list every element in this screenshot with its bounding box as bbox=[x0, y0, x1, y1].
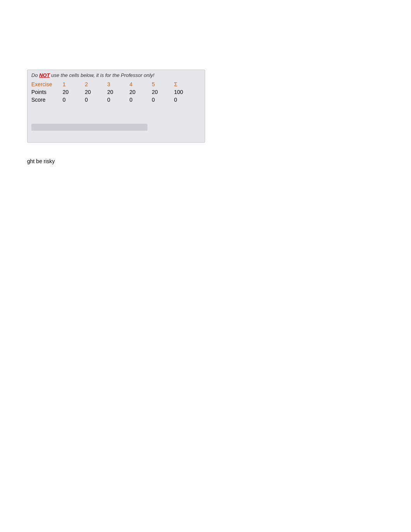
exercise-col1: 1 bbox=[63, 80, 85, 88]
page-container: Do NOT use the cells below, it is for th… bbox=[0, 0, 411, 532]
exercise-col4: 4 bbox=[130, 80, 152, 88]
points-sigma: 100 bbox=[174, 88, 201, 96]
notice-not: NOT bbox=[39, 72, 50, 78]
exercise-row: Exercise 1 2 3 4 5 Σ bbox=[31, 80, 201, 88]
exercise-label: Exercise bbox=[31, 80, 63, 88]
notice-prefix: Do bbox=[31, 72, 39, 78]
exercise-col5: 5 bbox=[152, 80, 174, 88]
points-col3: 20 bbox=[107, 88, 130, 96]
exercise-col3: 3 bbox=[107, 80, 130, 88]
score-col4: 0 bbox=[130, 96, 152, 104]
score-row: Score 0 0 0 0 0 0 bbox=[31, 96, 201, 104]
points-label: Points bbox=[31, 88, 63, 96]
grade-table: Exercise 1 2 3 4 5 Σ Points 20 20 20 20 … bbox=[31, 80, 201, 104]
points-row: Points 20 20 20 20 20 100 bbox=[31, 88, 201, 96]
points-col5: 20 bbox=[152, 88, 174, 96]
professor-notice: Do NOT use the cells below, it is for th… bbox=[31, 72, 201, 78]
exercise-col2: 2 bbox=[85, 80, 107, 88]
score-col3: 0 bbox=[107, 96, 130, 104]
score-col2: 0 bbox=[85, 96, 107, 104]
bottom-bar bbox=[31, 124, 147, 131]
body-text: ght be risky bbox=[27, 158, 411, 164]
bottom-area bbox=[31, 107, 201, 131]
points-col2: 20 bbox=[85, 88, 107, 96]
score-col5: 0 bbox=[152, 96, 174, 104]
score-sigma: 0 bbox=[174, 96, 201, 104]
score-label: Score bbox=[31, 96, 63, 104]
score-col1: 0 bbox=[63, 96, 85, 104]
points-col1: 20 bbox=[63, 88, 85, 96]
professor-box: Do NOT use the cells below, it is for th… bbox=[27, 70, 205, 143]
notice-suffix: use the cells below, it is for the Profe… bbox=[50, 72, 154, 78]
points-col4: 20 bbox=[130, 88, 152, 96]
exercise-sigma: Σ bbox=[174, 80, 201, 88]
